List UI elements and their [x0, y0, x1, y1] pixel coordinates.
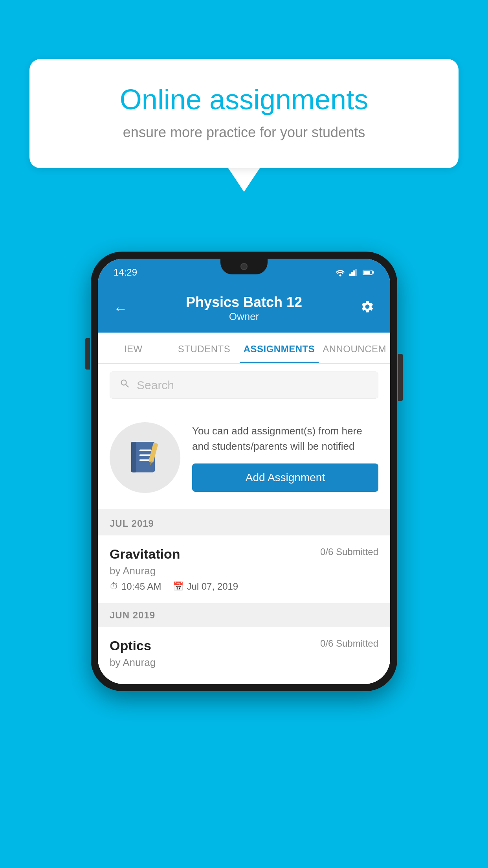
camera-notch [240, 263, 248, 270]
assignment-by-gravitation: by Anurag [110, 565, 378, 577]
promo-section: You can add assignment(s) from here and … [98, 406, 390, 512]
phone-device: 14:29 [91, 252, 397, 691]
clock-icon: ⏱ [110, 581, 118, 592]
wifi-icon [335, 268, 345, 277]
signal-icon [349, 268, 359, 277]
assignment-name-gravitation: Gravitation [110, 546, 180, 562]
gear-icon [360, 300, 374, 314]
assignment-date-gravitation: 📅 Jul 07, 2019 [173, 581, 238, 592]
promo-text: You can add assignment(s) from here and … [192, 423, 378, 454]
assignment-top: Gravitation 0/6 Submitted [110, 546, 378, 562]
promo-content: You can add assignment(s) from here and … [192, 423, 378, 492]
assignment-submitted-optics: 0/6 Submitted [320, 638, 378, 649]
speech-bubble-card: Online assignments ensure more practice … [29, 59, 459, 168]
svg-rect-7 [372, 271, 374, 274]
svg-rect-6 [363, 271, 370, 274]
assignment-time-gravitation: ⏱ 10:45 AM [110, 581, 161, 592]
assignment-submitted-gravitation: 0/6 Submitted [320, 546, 378, 557]
back-button[interactable]: ← [114, 300, 128, 317]
assignment-item-gravitation[interactable]: Gravitation 0/6 Submitted by Anurag ⏱ 10… [98, 535, 390, 603]
header-center: Physics Batch 12 Owner [186, 294, 302, 323]
assignment-name-optics: Optics [110, 638, 151, 653]
status-bar: 14:29 [98, 259, 390, 286]
speech-bubble-arrow [228, 168, 260, 192]
svg-point-0 [339, 274, 341, 276]
speech-bubble-wrapper: Online assignments ensure more practice … [29, 59, 459, 192]
battery-icon [363, 269, 374, 276]
status-time: 14:29 [114, 267, 137, 278]
assignment-top-optics: Optics 0/6 Submitted [110, 638, 378, 653]
tab-announcements[interactable]: ANNOUNCEM [319, 333, 390, 363]
status-icons [335, 268, 374, 277]
search-container: Search [98, 364, 390, 406]
add-assignment-button[interactable]: Add Assignment [192, 463, 378, 492]
section-header-jul: JUL 2019 [98, 512, 390, 535]
tab-iew[interactable]: IEW [98, 333, 169, 363]
svg-rect-2 [351, 272, 353, 276]
promo-icon-circle [110, 422, 180, 493]
phone-frame: 14:29 [91, 252, 397, 691]
svg-rect-3 [353, 270, 355, 276]
assignment-meta-gravitation: ⏱ 10:45 AM 📅 Jul 07, 2019 [110, 581, 378, 592]
tabs-bar: IEW STUDENTS ASSIGNMENTS ANNOUNCEM [98, 333, 390, 364]
svg-rect-1 [349, 274, 351, 276]
tab-students[interactable]: STUDENTS [169, 333, 239, 363]
search-bar[interactable]: Search [110, 371, 378, 399]
magnify-icon [119, 378, 130, 389]
svg-rect-4 [355, 269, 357, 276]
assignment-by-optics: by Anurag [110, 657, 378, 669]
speech-bubble-title: Online assignments [61, 83, 427, 116]
search-icon [119, 378, 130, 392]
phone-screen: 14:29 [98, 259, 390, 684]
assignment-item-optics[interactable]: Optics 0/6 Submitted by Anurag [98, 627, 390, 684]
notebook-icon [125, 438, 165, 477]
calendar-icon: 📅 [173, 581, 183, 592]
notch-cutout [220, 259, 268, 274]
section-header-jun: JUN 2019 [98, 603, 390, 627]
settings-button[interactable] [360, 300, 374, 317]
search-placeholder: Search [137, 379, 174, 392]
app-header: ← Physics Batch 12 Owner [98, 286, 390, 333]
speech-bubble-subtitle: ensure more practice for your students [61, 124, 427, 141]
svg-rect-9 [131, 442, 136, 473]
header-title: Physics Batch 12 [186, 294, 302, 311]
tab-assignments[interactable]: ASSIGNMENTS [240, 333, 319, 363]
header-subtitle: Owner [186, 311, 302, 323]
